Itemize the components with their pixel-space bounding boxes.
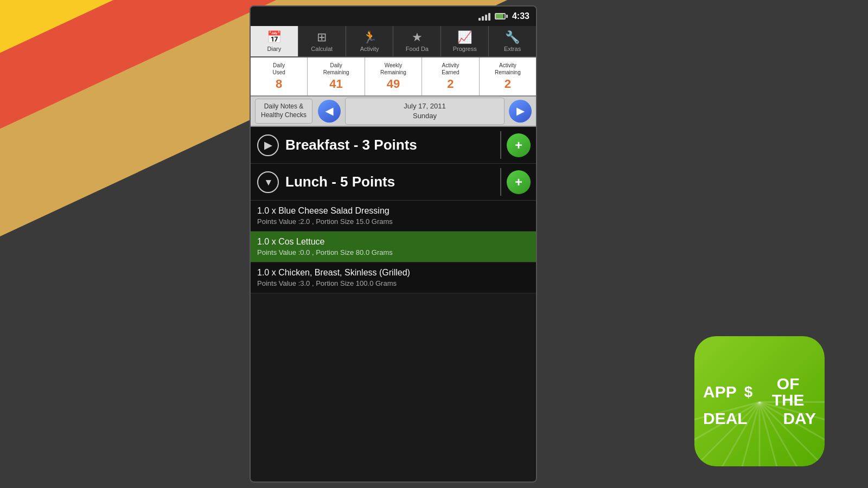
tab-diary-label: Diary	[267, 46, 282, 52]
badge-dollar-sign: $	[744, 383, 753, 401]
stat-daily-used: DailyUsed 8	[251, 57, 308, 95]
stat-activity-earned-label: ActivityEarned	[442, 62, 459, 76]
tab-diary[interactable]: 📅 Diary	[251, 26, 298, 56]
stat-daily-used-value: 8	[276, 77, 282, 91]
lunch-add-icon: +	[515, 176, 522, 189]
tab-bar: 📅 Diary ⊞ Calculat 🏃 Activity ★ Food Da …	[251, 26, 536, 57]
lunch-expand-button[interactable]: ▾	[257, 171, 279, 193]
app-of-the-day-badge: APP $ OF THE DEAL DAY	[694, 336, 825, 466]
right-arrow-icon: ▶	[516, 105, 524, 117]
badge-of-the-label: OF THE	[760, 376, 816, 408]
breakfast-header: ▶ Breakfast - 3 Points +	[251, 127, 536, 164]
badge-text: APP $ OF THE DEAL DAY	[703, 376, 816, 427]
date-nav: Daily Notes &Healthy Checks ◀ July 17, 2…	[251, 97, 536, 127]
phone-frame: 4:33 📅 Diary ⊞ Calculat 🏃 Activity ★ Foo…	[250, 5, 537, 483]
notes-button[interactable]: Daily Notes &Healthy Checks	[255, 99, 312, 123]
stat-activity-remaining: ActivityRemaining 2	[480, 57, 536, 95]
left-arrow-icon: ◀	[326, 105, 333, 117]
stat-weekly-remaining: WeeklyRemaining 49	[365, 57, 422, 95]
diary-content: ▶ Breakfast - 3 Points + ▾ Lunch - 5 Poi…	[251, 127, 536, 293]
stat-daily-remaining: DailyRemaining 41	[308, 57, 365, 95]
next-date-button[interactable]: ▶	[509, 100, 532, 123]
stat-activity-earned-value: 2	[447, 77, 454, 91]
badge-app-label: APP	[703, 384, 737, 400]
battery-icon	[495, 13, 508, 20]
stat-daily-remaining-label: DailyRemaining	[323, 62, 349, 76]
lunch-divider	[500, 168, 501, 196]
progress-icon: 📈	[457, 30, 472, 44]
stat-activity-remaining-value: 2	[505, 77, 511, 91]
calculator-icon: ⊞	[317, 30, 327, 44]
tab-food-db[interactable]: ★ Food Da	[393, 26, 441, 56]
stat-weekly-remaining-label: WeeklyRemaining	[380, 62, 406, 76]
tab-extras-label: Extras	[504, 46, 521, 52]
breakfast-divider	[500, 131, 501, 159]
tab-progress[interactable]: 📈 Progress	[441, 26, 489, 56]
food-item-chicken[interactable]: 1.0 x Chicken, Breast, Skinless (Grilled…	[251, 262, 536, 293]
food-item-chicken-name: 1.0 x Chicken, Breast, Skinless (Grilled…	[257, 268, 529, 278]
tab-activity-label: Activity	[360, 46, 379, 52]
food-item-cos-lettuce-name: 1.0 x Cos Lettuce	[257, 237, 529, 247]
lunch-header: ▾ Lunch - 5 Points +	[251, 164, 536, 201]
breakfast-title: Breakfast - 3 Points	[285, 137, 500, 153]
badge-deal-label: DEAL	[703, 410, 748, 427]
diary-icon: 📅	[267, 30, 282, 44]
stat-weekly-remaining-value: 49	[387, 77, 400, 91]
tab-calculator[interactable]: ⊞ Calculat	[298, 26, 346, 56]
tab-calculator-label: Calculat	[311, 46, 333, 52]
status-time: 4:33	[512, 11, 529, 21]
lunch-title: Lunch - 5 Points	[285, 174, 500, 190]
food-db-icon: ★	[412, 30, 423, 44]
stat-daily-remaining-value: 41	[329, 77, 342, 91]
date-display: July 17, 2011 Sunday	[345, 98, 505, 125]
food-item-cos-lettuce[interactable]: 1.0 x Cos Lettuce Points Value :0.0 , Po…	[251, 232, 536, 262]
tab-progress-label: Progress	[453, 46, 477, 52]
breakfast-expand-icon: ▶	[264, 139, 272, 151]
breakfast-expand-button[interactable]: ▶	[257, 134, 279, 156]
battery-tip	[506, 15, 508, 18]
stat-activity-earned: ActivityEarned 2	[422, 57, 479, 95]
food-item-blue-cheese-name: 1.0 x Blue Cheese Salad Dressing	[257, 206, 529, 216]
battery-body	[495, 13, 506, 20]
tab-extras[interactable]: 🔧 Extras	[489, 26, 536, 56]
food-item-blue-cheese[interactable]: 1.0 x Blue Cheese Salad Dressing Points …	[251, 201, 536, 232]
signal-bar-1	[478, 18, 481, 21]
stat-daily-used-label: DailyUsed	[273, 62, 285, 76]
tab-food-db-label: Food Da	[406, 46, 429, 52]
activity-icon: 🏃	[362, 30, 377, 44]
date-text: July 17, 2011	[404, 102, 445, 110]
status-bar: 4:33	[251, 7, 536, 26]
stat-activity-remaining-label: ActivityRemaining	[495, 62, 521, 76]
day-text: Sunday	[413, 112, 437, 120]
signal-bar-3	[485, 15, 487, 21]
extras-icon: 🔧	[505, 30, 520, 44]
badge-day-label: DAY	[783, 410, 816, 427]
food-item-chicken-details: Points Value :3.0 , Portion Size 100.0 G…	[257, 279, 529, 287]
lunch-expand-icon: ▾	[266, 176, 271, 188]
signal-icon	[478, 12, 490, 21]
breakfast-add-icon: +	[515, 139, 522, 152]
lunch-add-button[interactable]: +	[507, 170, 531, 194]
signal-bar-4	[488, 13, 490, 21]
battery-fill	[496, 14, 503, 18]
breakfast-add-button[interactable]: +	[507, 133, 531, 157]
tab-activity[interactable]: 🏃 Activity	[346, 26, 394, 56]
prev-date-button[interactable]: ◀	[318, 100, 341, 123]
food-item-blue-cheese-details: Points Value :2.0 , Portion Size 15.0 Gr…	[257, 217, 529, 226]
food-item-cos-lettuce-details: Points Value :0.0 , Portion Size 80.0 Gr…	[257, 248, 529, 256]
signal-bar-2	[482, 16, 484, 21]
stats-row: DailyUsed 8 DailyRemaining 41 WeeklyRema…	[251, 57, 536, 97]
